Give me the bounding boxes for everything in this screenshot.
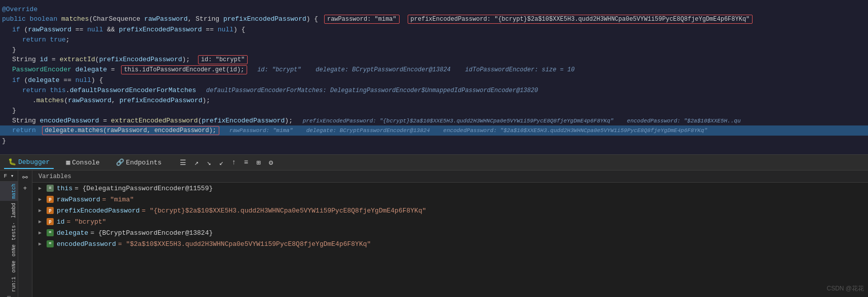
- debugger-toolbar: 🐛 Debugger ▦ Console 🔗 Endpoints ☰ ↗ ↘ ↙…: [0, 154, 868, 171]
- var-row-delegate[interactable]: ▶ = delegate = {BCryptPasswordEncoder@13…: [32, 227, 868, 238]
- code-editor: @Override public boolean matches(CharSeq…: [0, 0, 868, 154]
- code-line: return this.defaultPasswordEncoderForMat…: [0, 85, 868, 95]
- var-value-rawpassword: = "mima": [102, 196, 134, 203]
- stack-item-match[interactable]: match: [0, 182, 18, 201]
- var-type-icon-rawpassword: p: [47, 196, 54, 203]
- stack-item-tests[interactable]: tests·: [0, 220, 18, 242]
- variables-content: Variables ▶ ≡ this = {DelegatingPassword…: [32, 171, 868, 297]
- code-line-highlighted: return delegate.matches(rawPassword, enc…: [0, 125, 868, 136]
- code-line: String id = extractId(prefixEncodedPassw…: [0, 55, 868, 65]
- tooltip-prefixpassword: prefixEncodedPassword: "{bcrypt}$2a$10$X…: [408, 15, 753, 24]
- stack-item-onne2[interactable]: onNe: [0, 259, 18, 275]
- code-line: }: [0, 45, 868, 55]
- tab-debugger[interactable]: 🐛 Debugger: [4, 156, 54, 169]
- var-name-prefix: prefixEncodedPassword: [57, 207, 140, 215]
- icon-step-out[interactable]: ↙: [217, 157, 225, 168]
- tooltip-return: rawPassword: "mima" delegate: BCryptPass…: [229, 128, 707, 134]
- code-line: @Override: [0, 4, 868, 14]
- control-buttons: ⚯ +: [18, 171, 32, 297]
- var-type-icon-this: ≡: [47, 185, 54, 192]
- toolbar-icons: ☰ ↗ ↘ ↙ ↑ ≡ ⊞ ⚙: [178, 157, 275, 168]
- var-value-encoded: = "$2a$10$XXE5H3.qudd2H3WHNCpa0e5VYW1i59…: [118, 240, 371, 248]
- tab-endpoints[interactable]: 🔗 Endpoints: [112, 156, 166, 168]
- var-type-icon-encoded: =: [47, 240, 54, 247]
- btn-add-watch[interactable]: +: [23, 185, 27, 192]
- tooltip-return-box: delegate.matches(rawPassword, encodedPas…: [42, 126, 219, 135]
- icon-table[interactable]: ⊞: [254, 157, 262, 168]
- tooltip-id: id: "bcrypt": [198, 55, 248, 64]
- code-line: if (rawPassword == null && prefixEncoded…: [0, 24, 868, 34]
- var-name-rawpassword: rawPassword: [57, 196, 100, 203]
- stack-item-lambda[interactable]: lambd: [0, 201, 18, 220]
- watermark: CSDN @花花: [826, 284, 864, 293]
- code-line: public boolean matches(CharSequence rawP…: [0, 14, 868, 24]
- icon-run-cursor[interactable]: ↑: [229, 157, 238, 167]
- debugger-icon: 🐛: [8, 158, 16, 166]
- var-name-delegate: delegate: [57, 229, 88, 237]
- stack-item-run[interactable]: run:1: [0, 275, 18, 294]
- code-line: PasswordEncoder delegate = this.idToPass…: [0, 65, 868, 75]
- annotation: @Override: [2, 6, 37, 13]
- tooltip-default-encoder: defaultPasswordEncoderForMatches: Delega…: [206, 87, 538, 94]
- var-name-encoded: encodedPassword: [57, 240, 116, 248]
- tooltip-delegate: id: "bcrypt" delegate: BCryptPasswordEnc…: [257, 66, 575, 73]
- var-value-id: = "bcrypt": [67, 218, 106, 226]
- console-icon: ▦: [66, 158, 70, 166]
- var-value-delegate: = {BCryptPasswordEncoder@13824}: [90, 229, 213, 237]
- tooltip-delegate-box: this.idToPasswordEncoder.get(id);: [121, 65, 248, 74]
- tooltip-encoded: prefixEncodedPassword: "{bcrypt}$2a$10$X…: [303, 118, 741, 124]
- tooltip-rawpassword: rawPassword: "mima": [324, 15, 400, 24]
- endpoints-icon: 🔗: [116, 158, 124, 166]
- expand-icon-rawpassword[interactable]: ▶: [38, 196, 47, 202]
- icon-step-over[interactable]: ↗: [192, 157, 201, 168]
- code-line: if (delegate == null) {: [0, 75, 868, 85]
- code-line: .matches(rawPassword, prefixEncodedPassw…: [0, 95, 868, 105]
- code-line: }: [0, 105, 868, 115]
- btn-filter[interactable]: ⚯: [22, 174, 28, 182]
- left-sidebar: F ▾ match lambd tests· onNe onNe run:1 ⊞: [0, 171, 18, 297]
- icon-expand-stack[interactable]: ⊞: [7, 294, 11, 297]
- expand-icon-delegate[interactable]: ▶: [38, 230, 47, 236]
- var-row-id[interactable]: ▶ p id = "bcrypt": [32, 216, 868, 227]
- icon-settings[interactable]: ⚙: [267, 157, 275, 168]
- expand-icon-encoded[interactable]: ▶: [38, 241, 47, 247]
- code-line: String encodedPassword = extractEncodedP…: [0, 115, 868, 125]
- var-value-this: = {DelegatingPasswordEncoder@11559}: [74, 185, 213, 192]
- variables-header: Variables: [32, 171, 868, 183]
- var-row-this[interactable]: ▶ ≡ this = {DelegatingPasswordEncoder@11…: [32, 183, 868, 194]
- icon-eval[interactable]: ≡: [242, 157, 250, 167]
- var-row-encoded[interactable]: ▶ = encodedPassword = "$2a$10$XXE5H3.qud…: [32, 238, 868, 249]
- expand-icon-id[interactable]: ▶: [38, 219, 47, 225]
- icon-list[interactable]: ☰: [178, 157, 188, 168]
- var-row-prefix[interactable]: ▶ p prefixEncodedPassword = "{bcrypt}$2a…: [32, 205, 868, 216]
- var-type-icon-delegate: =: [47, 229, 54, 236]
- expand-icon-prefix[interactable]: ▶: [38, 207, 47, 214]
- frame-selector[interactable]: F ▾: [0, 171, 18, 182]
- var-name-this: this: [57, 185, 72, 192]
- code-line: return true;: [0, 34, 868, 45]
- stack-item-onne1[interactable]: onNe: [0, 242, 18, 259]
- var-type-icon-id: p: [47, 218, 54, 225]
- tab-console[interactable]: ▦ Console: [62, 156, 103, 168]
- var-type-icon-prefix: p: [47, 207, 54, 214]
- var-row-rawpassword[interactable]: ▶ p rawPassword = "mima": [32, 194, 868, 205]
- expand-icon-this[interactable]: ▶: [38, 185, 47, 191]
- var-name-id: id: [57, 218, 65, 226]
- code-line: }: [0, 136, 868, 146]
- variables-panel: F ▾ match lambd tests· onNe onNe run:1 ⊞…: [0, 171, 868, 297]
- icon-step-into[interactable]: ↘: [205, 157, 213, 168]
- code-content: @Override public boolean matches(CharSeq…: [0, 0, 868, 154]
- var-value-prefix: = "{bcrypt}$2a$10$XXE5H3.qudd2H3WHNCpa0e…: [142, 207, 426, 215]
